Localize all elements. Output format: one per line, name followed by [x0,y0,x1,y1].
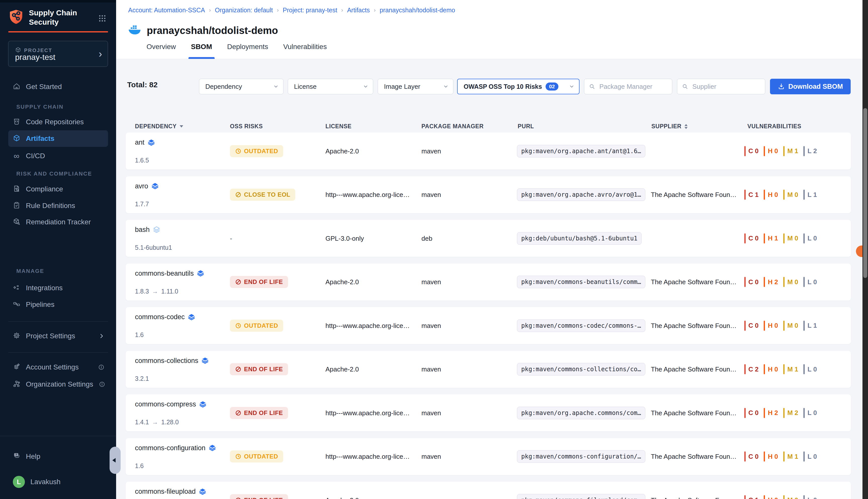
sidebar-item-account-settings[interactable]: Account Settings [8,359,108,375]
sidebar-item-help[interactable]: ? Help [8,448,108,464]
sidebar-item-cicd[interactable]: ∞ CI/CD [8,148,108,164]
license-value: Apache-2.0 [325,147,359,155]
dependency-version: 1.6 [135,462,144,470]
dependency-version: 1.7.7 [135,200,149,208]
layers-icon [199,401,206,408]
vuln-l-count: L 1 [803,321,817,331]
sidebar-collapse-handle[interactable] [110,447,121,474]
breadcrumb-organization[interactable]: Organization: default [215,7,273,14]
license-value: http---www.apache.org-lice… [325,409,410,417]
sidebar-divider [8,352,108,353]
purl-value[interactable]: pkg:maven/org.apache.commons/com… [517,407,645,419]
table-row[interactable]: commons-collections 3.2.1 END OF LIFE Ap… [126,351,851,388]
clock-icon [235,148,241,155]
breadcrumb-separator: › [277,7,279,14]
supplier-input[interactable] [692,83,758,91]
filter-label: Dependency [199,83,242,90]
sidebar-item-artifacts[interactable]: Artifacts [8,130,108,147]
breadcrumb: Account: Automation-SSCA› Organization: … [128,7,455,14]
vulnerability-counts: C 0 H 1 M 0 L 0 [744,233,822,243]
tab-deployments[interactable]: Deployments [226,35,270,59]
supplier-value: The Apache Software Foun… [651,496,737,499]
filter-label: OWASP OSS Top 10 Risks [457,83,542,90]
filter-image-layer[interactable]: Image Layer [378,79,453,94]
table-row[interactable]: commons-configuration 1.6 OUTDATED http-… [126,438,851,475]
breadcrumb-account[interactable]: Account: Automation-SSCA [128,7,205,14]
avatar: L [13,476,25,488]
sidebar-item-integrations[interactable]: Integrations [8,280,108,296]
oss-risk-cell: END OF LIFE [230,494,288,499]
docker-icon [128,24,142,37]
oss-risk-badge: END OF LIFE [230,276,288,288]
sidebar-item-rule-definitions[interactable]: Rule Definitions [8,198,108,214]
project-selector[interactable]: PROJECT pranay-test › [8,41,108,67]
supplier-value: The Apache Software Foun… [651,191,737,199]
purl-value[interactable]: pkg:maven/commons-fileupload/com… [517,494,645,499]
app-logo[interactable]: Supply Chain Security [8,8,77,27]
app-grid-icon[interactable] [98,14,106,24]
clock-icon [235,322,241,329]
table-row[interactable]: avro 1.7.7 CLOSE TO EOL http---www.apach… [126,176,851,213]
breadcrumb-project[interactable]: Project: pranay-test [283,7,337,14]
table-row[interactable]: bash 5.1-6ubuntu1 - GPL-3.0-only deb pkg… [126,220,851,257]
filter-owasp-oss-top10[interactable]: OWASP OSS Top 10 Risks 02 [457,79,579,94]
dependency-name: avro [135,182,148,190]
package-manager-value: maven [422,496,441,499]
column-purl: PURL [518,123,534,130]
purl-value[interactable]: pkg:maven/org.apache.ant/ant@1.6… [517,145,645,157]
column-dependency[interactable]: DEPENDENCY [135,123,183,130]
download-sbom-button[interactable]: Download SBOM [770,79,851,94]
upgrade-arrow-icon: → [152,288,158,295]
vulnerability-counts: C 1 H 0 M 0 L 0 [744,495,822,499]
vuln-c-count: C 1 [744,495,759,499]
info-icon[interactable] [99,381,105,388]
info-icon[interactable] [98,364,104,370]
slash-circle-icon [235,410,241,416]
table-row[interactable]: commons-compress 1.4.1 → 1.28.0 END OF L… [126,394,851,431]
column-supplier[interactable]: SUPPLIER [651,123,688,130]
tab-sbom[interactable]: SBOM [189,35,214,59]
scrollbar-thumb[interactable] [863,108,867,278]
brand-accent-divider [8,31,108,33]
clipboard-check-icon [13,202,20,210]
breadcrumb-current[interactable]: pranaycshah/todolist-demo [380,7,455,14]
sidebar-item-code-repositories[interactable]: Code Repositories [8,114,108,130]
table-row[interactable]: commons-beanutils 1.8.3 → 1.11.0 END OF … [126,264,851,301]
package-manager-input[interactable] [599,83,665,91]
purl-value[interactable]: pkg:maven/org.apache.avro/avro@1… [517,188,645,201]
infinity-icon: ∞ [13,152,20,160]
supplier-value: The Apache Software Foun… [651,453,737,461]
sidebar-item-compliance[interactable]: Compliance [8,181,108,197]
purl-value[interactable]: pkg:maven/commons-collections/co… [517,363,645,376]
breadcrumb-artifacts[interactable]: Artifacts [347,7,370,14]
table-row[interactable]: commons-codec 1.6 OUTDATED http---www.ap… [126,307,851,344]
dependency-version: 1.6 [135,331,144,339]
purl-cell: pkg:deb/ubuntu/bash@5.1-6ubuntu1 [517,232,642,245]
table-row[interactable]: commons-fileupload END OF LIFE Apache-2.… [126,482,851,499]
filter-license[interactable]: License [288,79,373,94]
purl-value[interactable]: pkg:maven/commons-codec/commons-… [517,319,645,332]
purl-value[interactable]: pkg:maven/commons-configuration/… [517,450,645,463]
page-scrollbar[interactable] [863,0,868,499]
layers-icon [188,313,195,321]
table-row[interactable]: ant 1.6.5 OUTDATED Apache-2.0 maven pkg:… [126,133,851,170]
purl-value[interactable]: pkg:maven/commons-beanutils/comm… [517,276,645,288]
vuln-m-count: M 1 [783,451,798,462]
vuln-m-count: M 0 [783,495,798,499]
purl-value[interactable]: pkg:deb/ubuntu/bash@5.1-6ubuntu1 [517,232,642,245]
account-settings-icon [13,363,20,372]
sidebar-footer: ? Help L Lavakush [0,436,116,499]
filter-dependency[interactable]: Dependency [199,79,284,94]
tab-vulnerabilities[interactable]: Vulnerabilities [282,35,328,59]
sidebar-item-project-settings[interactable]: Project Settings [8,328,108,344]
sidebar-item-pipelines[interactable]: Pipelines [8,296,108,313]
sidebar-item-remediation-tracker[interactable]: Remediation Tracker [8,214,108,230]
sidebar-item-label: Get Started [26,83,62,91]
sidebar-item-organization-settings[interactable]: Organization Settings [8,376,108,392]
user-menu[interactable]: L Lavakush [8,474,108,490]
sort-descending-icon [180,125,183,127]
tab-overview[interactable]: Overview [145,35,177,59]
vuln-l-count: L 0 [803,364,817,374]
sidebar-item-get-started[interactable]: Get Started [8,79,108,95]
shield-logo-icon [8,9,24,26]
